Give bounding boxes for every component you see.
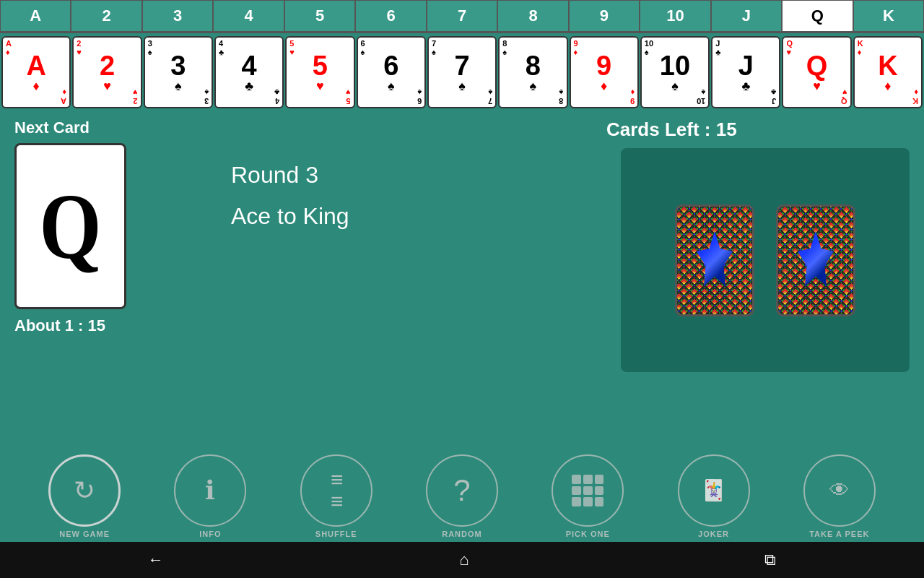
about-label: About 1 : 15 [14, 316, 105, 335]
col-header-4[interactable]: 4 [213, 0, 284, 32]
col-header-J[interactable]: J [711, 0, 782, 32]
next-card-value: Q [40, 179, 102, 273]
info-button[interactable]: ℹINFO [174, 454, 246, 538]
face-down-card-2[interactable] [776, 204, 855, 316]
face-down-card-1[interactable] [675, 204, 754, 316]
joker-button[interactable]: 🃏JOKER [678, 454, 750, 538]
shuffle-label: SHUFFLE [315, 530, 357, 538]
card-9[interactable]: 9♦9♦9♦ [570, 36, 639, 108]
joker-label: JOKER [698, 530, 729, 538]
new-game-button[interactable]: ↺NEW GAME [48, 454, 121, 538]
card-8[interactable]: 8♠8♠8♠ [498, 36, 567, 108]
column-headers: A2345678910JQK [0, 0, 924, 33]
card-10[interactable]: 10♠10♠10♠ [640, 36, 710, 108]
card-q[interactable]: Q♥Q♥Q♥ [782, 36, 851, 108]
cards-row[interactable]: A♦A♦A♦2♥2♥2♥3♠3♠3♠4♣4♣4♣5♥5♥5♥6♠6♠6♠7♠7♠… [0, 33, 924, 111]
android-back[interactable]: ← [148, 551, 164, 569]
card-7[interactable]: 7♠7♠7♠ [427, 36, 497, 108]
shuffle-button[interactable]: ≡≡SHUFFLE [300, 454, 372, 538]
next-card-display[interactable]: Q [14, 143, 126, 309]
info-label: INFO [199, 530, 221, 538]
col-header-K[interactable]: K [853, 0, 924, 32]
direction-text: Ace to King [231, 203, 349, 230]
new-game-label: NEW GAME [59, 530, 110, 538]
card-k[interactable]: K♦K♦K♦ [853, 36, 923, 108]
main-area: Next Card Q About 1 : 15 Round 3 Ace to … [0, 111, 924, 379]
random-label: RANDOM [442, 530, 482, 538]
col-header-7[interactable]: 7 [427, 0, 497, 32]
face-down-area[interactable] [621, 148, 910, 372]
take-a-peek-button[interactable]: 👁TAKE A PEEK [803, 454, 876, 538]
card-4[interactable]: 4♣4♣4♣ [214, 36, 284, 108]
col-header-3[interactable]: 3 [142, 0, 213, 32]
card-3[interactable]: 3♠3♠3♠ [144, 36, 213, 108]
card-a[interactable]: A♦A♦A♦ [1, 36, 71, 108]
card-j[interactable]: J♣J♣J♣ [711, 36, 780, 108]
col-header-2[interactable]: 2 [71, 0, 141, 32]
col-header-9[interactable]: 9 [569, 0, 640, 32]
next-card-label: Next Card [14, 118, 90, 137]
cards-left-label: Cards Left : 15 [606, 118, 737, 141]
round-text: Round 3 [231, 162, 318, 189]
card-6[interactable]: 6♠6♠6♠ [357, 36, 426, 108]
card-5[interactable]: 5♥5♥5♥ [285, 36, 354, 108]
col-header-5[interactable]: 5 [284, 0, 355, 32]
random-button[interactable]: ?RANDOM [426, 454, 498, 538]
bottom-controls: ↺NEW GAMEℹINFO≡≡SHUFFLE?RANDOMPICK ONE🃏J… [0, 454, 924, 538]
col-header-10[interactable]: 10 [640, 0, 710, 32]
col-header-8[interactable]: 8 [497, 0, 568, 32]
android-recents[interactable]: ⧉ [764, 551, 776, 569]
android-nav: ← ⌂ ⧉ [0, 542, 924, 578]
col-header-A[interactable]: A [0, 0, 71, 32]
right-section: Cards Left : 15 [606, 118, 910, 372]
col-header-6[interactable]: 6 [355, 0, 426, 32]
pick-one-label: PICK ONE [566, 530, 610, 538]
android-home[interactable]: ⌂ [459, 551, 468, 569]
card-2[interactable]: 2♥2♥2♥ [72, 36, 141, 108]
next-card-section: Next Card Q About 1 : 15 [14, 118, 173, 335]
pick-one-button[interactable]: PICK ONE [552, 454, 624, 538]
center-info: Round 3 Ace to King [188, 118, 592, 230]
take-a-peek-label: TAKE A PEEK [809, 530, 869, 538]
col-header-Q[interactable]: Q [782, 0, 853, 32]
